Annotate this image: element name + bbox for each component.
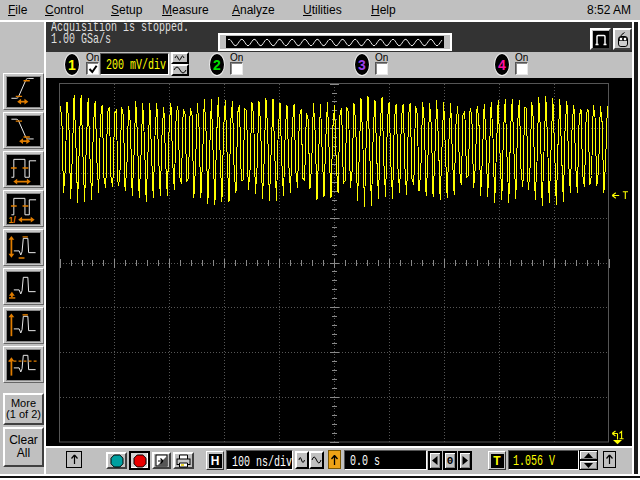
svg-text:1/: 1/ <box>9 214 17 223</box>
